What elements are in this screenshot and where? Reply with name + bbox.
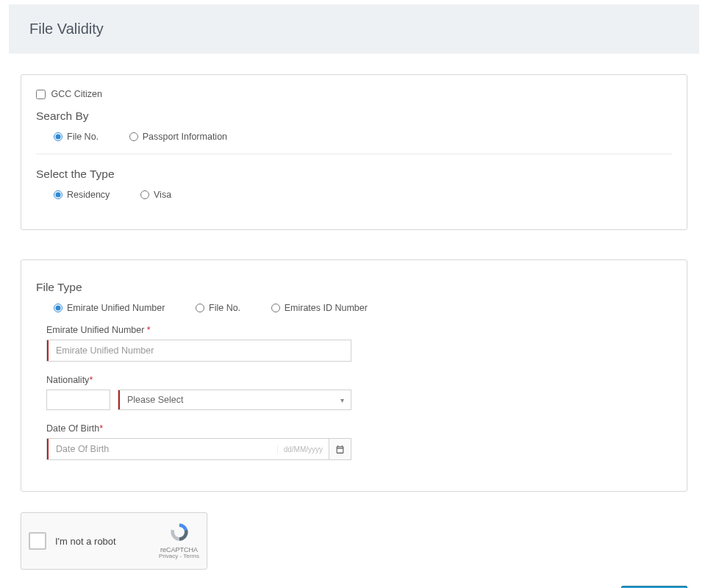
recaptcha-links[interactable]: Privacy - Terms [159,553,199,560]
radio-residency[interactable]: Residency [54,190,110,200]
radio-filetype-file-no-input[interactable] [196,304,204,312]
radio-passport-label: Passport Information [143,132,227,142]
field-dob: Date Of Birth* dd/MM/yyyy [46,423,672,460]
panel-search-criteria: GCC Citizen Search By File No. Passport … [21,74,687,230]
calendar-button[interactable] [329,438,351,460]
divider [36,154,672,154]
radio-visa-input[interactable] [140,190,149,199]
radio-visa-label: Visa [154,190,171,200]
radio-eun-input[interactable] [54,304,62,312]
radio-file-no-label: File No. [67,132,99,142]
radio-visa[interactable]: Visa [140,190,171,200]
eun-input-wrap [46,340,351,362]
dob-label: Date Of Birth* [46,423,672,434]
nationality-label-text: Nationality [46,375,89,385]
radio-eid-input[interactable] [271,304,280,312]
gcc-citizen-checkbox[interactable] [36,90,46,99]
dob-wrap: dd/MM/yyyy [46,438,351,460]
nationality-row: Please Select ▾ [46,390,672,410]
action-row: Search [0,577,708,588]
nationality-select[interactable]: Please Select ▾ [118,390,351,410]
required-asterisk: * [99,423,103,434]
search-by-radios: File No. Passport Information [36,132,672,143]
radio-passport[interactable]: Passport Information [129,132,227,142]
select-type-radios: Residency Visa [36,190,672,201]
recaptcha-widget[interactable]: I'm not a robot reCAPTCHA Privacy - Term… [21,512,207,570]
recaptcha-label: I'm not a robot [55,536,159,547]
search-by-title: Search By [36,110,672,123]
recaptcha-checkbox[interactable] [29,532,46,550]
radio-filetype-file-no-label: File No. [209,303,240,313]
recaptcha-icon [159,522,199,546]
eun-label-text: Emirate Unified Number [46,325,147,335]
chevron-down-icon: ▾ [333,390,351,409]
radio-residency-input[interactable] [54,190,62,199]
file-type-title: File Type [36,281,672,294]
select-type-title: Select the Type [36,168,672,181]
radio-filetype-file-no[interactable]: File No. [196,303,240,313]
dob-label-text: Date Of Birth [46,423,99,434]
eun-label: Emirate Unified Number * [46,325,672,335]
nationality-select-value: Please Select [120,390,333,409]
recaptcha-logo: reCAPTCHA Privacy - Terms [159,522,199,560]
nationality-code-input[interactable] [46,390,110,410]
gcc-citizen-text: GCC Citizen [51,89,101,99]
radio-passport-input[interactable] [129,132,138,141]
calendar-icon [335,445,345,454]
dob-input[interactable] [49,439,277,459]
eun-input[interactable] [49,340,351,361]
radio-eid-label: Emirates ID Number [285,303,368,313]
required-asterisk: * [89,375,93,385]
radio-eid[interactable]: Emirates ID Number [271,303,368,313]
radio-file-no-input[interactable] [54,132,62,141]
gcc-citizen-row: GCC Citizen [36,88,672,99]
field-nationality: Nationality* Please Select ▾ [46,375,672,410]
radio-eun-label: Emirate Unified Number [67,303,165,313]
required-asterisk: * [147,325,151,335]
nationality-label: Nationality* [46,375,672,385]
radio-residency-label: Residency [67,190,110,200]
dob-main: dd/MM/yyyy [46,438,329,460]
gcc-citizen-label[interactable]: GCC Citizen [36,89,102,99]
dob-format-hint: dd/MM/yyyy [277,445,329,453]
file-type-radios: Emirate Unified Number File No. Emirates… [36,303,672,315]
radio-eun[interactable]: Emirate Unified Number [54,303,165,313]
field-eun: Emirate Unified Number * [46,325,672,362]
radio-file-no[interactable]: File No. [54,132,99,142]
page-title: File Validity [9,4,699,54]
panel-file-type: File Type Emirate Unified Number File No… [21,259,687,492]
